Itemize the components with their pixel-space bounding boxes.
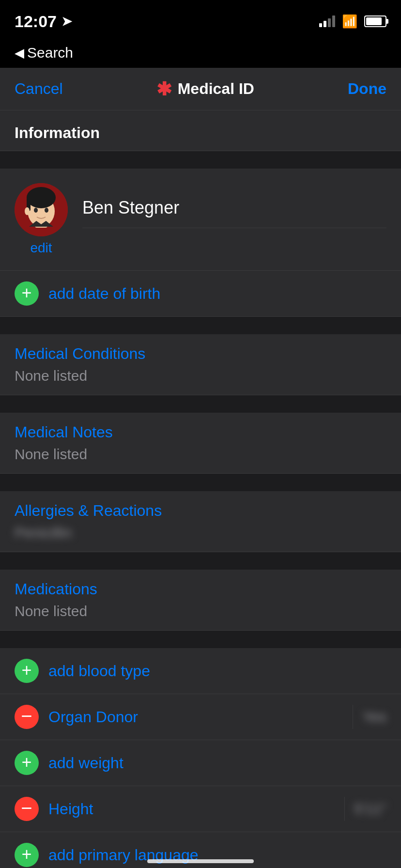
medications-value: None listed [15, 603, 386, 620]
organ-donor-left: − Organ Donor [15, 705, 353, 729]
section-label-information: Information [0, 110, 401, 151]
organ-donor-label: Organ Donor [48, 708, 138, 726]
battery-icon [364, 16, 386, 27]
medical-star-icon: ✱ [156, 78, 172, 100]
add-blood-type-label: add blood type [48, 662, 150, 680]
allergies-title: Allergies & Reactions [15, 502, 386, 520]
add-date-of-birth-row[interactable]: + add date of birth [0, 271, 401, 317]
organ-donor-row[interactable]: − Organ Donor Yes [0, 694, 401, 740]
medical-notes-value: None listed [15, 446, 386, 463]
svg-point-3 [27, 187, 56, 208]
add-date-of-birth-label: add date of birth [48, 285, 160, 303]
back-nav[interactable]: ◀ Search [0, 43, 401, 68]
profile-section: edit Ben Stegner [0, 169, 401, 271]
add-weight-row[interactable]: + add weight [0, 740, 401, 786]
allergies-value: Penicillin [15, 525, 386, 541]
profile-name-section: Ben Stegner [82, 183, 386, 228]
medical-conditions-title: Medical Conditions [15, 345, 386, 363]
add-weight-label: add weight [48, 754, 123, 772]
profile-name: Ben Stegner [82, 198, 386, 228]
edit-photo-button[interactable]: edit [30, 240, 52, 256]
avatar-container[interactable]: edit [15, 183, 68, 256]
status-icons: 📶 [319, 14, 386, 29]
header-title: ✱ Medical ID [156, 78, 254, 100]
location-icon: ➤ [62, 14, 72, 29]
medical-conditions-section[interactable]: Medical Conditions None listed [0, 334, 401, 395]
avatar[interactable] [15, 183, 68, 236]
height-left: − Height [15, 797, 345, 821]
height-label: Height [48, 800, 93, 818]
medications-title: Medications [15, 580, 386, 598]
height-value: 5'11" [345, 801, 386, 817]
add-blood-type-row[interactable]: + add blood type [0, 648, 401, 694]
medications-section[interactable]: Medications None listed [0, 570, 401, 631]
add-dob-plus-icon: + [15, 281, 39, 306]
svg-point-5 [34, 208, 38, 213]
medical-notes-title: Medical Notes [15, 423, 386, 441]
header-bar: Cancel ✱ Medical ID Done [0, 68, 401, 110]
back-arrow-icon: ◀ [15, 46, 24, 61]
status-time: 12:07 ➤ [15, 12, 72, 31]
status-bar: 12:07 ➤ 📶 [0, 0, 401, 43]
allergies-section[interactable]: Allergies & Reactions Penicillin [0, 491, 401, 552]
height-row[interactable]: − Height 5'11" [0, 786, 401, 832]
add-language-plus-icon: + [15, 843, 39, 867]
svg-point-7 [25, 207, 30, 215]
height-minus-icon[interactable]: − [15, 797, 39, 821]
organ-donor-value: Yes [353, 709, 386, 725]
cancel-button[interactable]: Cancel [15, 80, 63, 98]
time-display: 12:07 [15, 12, 57, 31]
organ-donor-minus-icon[interactable]: − [15, 705, 39, 729]
home-indicator [147, 859, 254, 863]
wifi-icon: 📶 [342, 14, 357, 29]
add-blood-type-plus-icon: + [15, 659, 39, 683]
information-label: Information [15, 124, 100, 141]
medical-conditions-value: None listed [15, 368, 386, 384]
add-weight-plus-icon: + [15, 751, 39, 775]
medical-notes-section[interactable]: Medical Notes None listed [0, 413, 401, 474]
svg-point-6 [45, 208, 48, 213]
done-button[interactable]: Done [348, 80, 386, 98]
back-label: Search [27, 45, 73, 61]
header-title-text: Medical ID [178, 80, 254, 98]
signal-icon [319, 16, 335, 27]
